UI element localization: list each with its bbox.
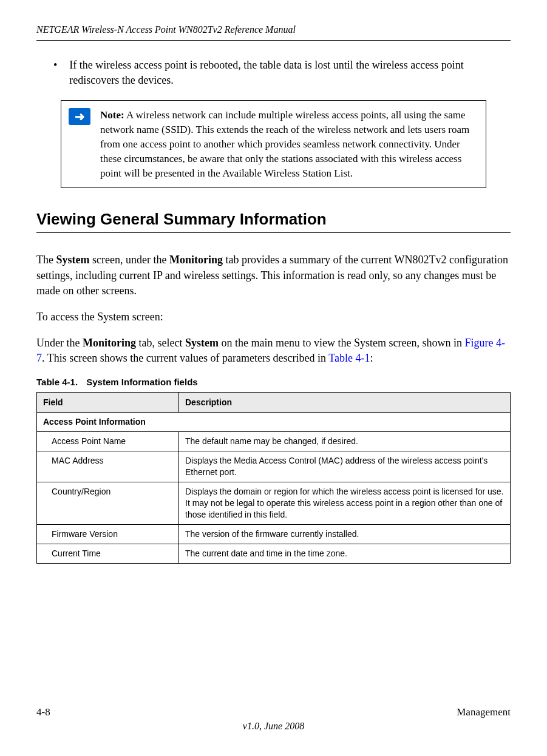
footer-version: v1.0, June 2008 — [36, 721, 511, 732]
bold-text: Monitoring — [83, 337, 136, 349]
footer-section: Management — [457, 706, 511, 718]
section-divider — [36, 232, 511, 233]
intro-paragraph-2: To access the System screen: — [36, 309, 511, 325]
table-section-header: Access Point Information — [37, 413, 511, 432]
table-caption: Table 4-1. System Information fields — [36, 377, 511, 387]
bullet-marker: • — [53, 58, 57, 88]
note-body: A wireless network can include multiple … — [100, 109, 469, 178]
bold-text: Monitoring — [169, 254, 223, 266]
text: Under the — [36, 337, 83, 349]
table-cell-desc: The current date and time in the time zo… — [179, 544, 511, 563]
intro-paragraph-3: Under the Monitoring tab, select System … — [36, 336, 511, 366]
table-cell-field: Firmware Version — [37, 524, 179, 544]
table-cell-field: Current Time — [37, 544, 179, 563]
table-cell-field: Country/Region — [37, 482, 179, 525]
table-cell-desc: The default name may be changed, if desi… — [179, 432, 511, 451]
page-header: NETGEAR Wireless-N Access Point WN802Tv2… — [36, 24, 511, 41]
note-text: Note: A wireless network can include mul… — [98, 101, 486, 187]
text: tab, select — [136, 337, 185, 349]
table-row: Firmware Version The version of the firm… — [37, 524, 511, 544]
table-row: Country/Region Displays the domain or re… — [37, 482, 511, 525]
column-header-description: Description — [179, 393, 511, 413]
table-row: MAC Address Displays the Media Access Co… — [37, 451, 511, 482]
table-cell-field: Access Point Name — [37, 432, 179, 451]
table-caption-title: System Information fields — [86, 377, 197, 387]
table-row: Access Point Name The default name may b… — [37, 432, 511, 451]
text: : — [370, 352, 373, 364]
page-footer: 4-8 Management v1.0, June 2008 — [36, 706, 511, 732]
table-cell-field: MAC Address — [37, 451, 179, 482]
bullet-text: If the wireless access point is rebooted… — [69, 58, 511, 88]
text: on the main menu to view the System scre… — [219, 337, 464, 349]
table-section-row: Access Point Information — [37, 413, 511, 432]
section-heading: Viewing General Summary Information — [36, 210, 511, 229]
column-header-field: Field — [37, 393, 179, 413]
arrow-right-icon — [69, 108, 90, 125]
text: screen, under the — [89, 254, 169, 266]
text: The — [36, 254, 56, 266]
bullet-item: • If the wireless access point is reboot… — [53, 58, 511, 88]
table-link[interactable]: Table 4-1 — [328, 352, 370, 364]
table-row: Current Time The current date and time i… — [37, 544, 511, 563]
system-info-table: Field Description Access Point Informati… — [36, 392, 511, 563]
note-icon-cell — [61, 101, 98, 187]
text: . This screen shows the current values o… — [42, 352, 328, 364]
table-cell-desc: Displays the domain or region for which … — [179, 482, 511, 525]
bold-text: System — [56, 254, 89, 266]
page-number: 4-8 — [36, 706, 50, 718]
table-caption-number: Table 4-1. — [36, 377, 78, 387]
intro-paragraph-1: The System screen, under the Monitoring … — [36, 252, 511, 299]
table-cell-desc: Displays the Media Access Control (MAC) … — [179, 451, 511, 482]
note-box: Note: A wireless network can include mul… — [61, 100, 486, 188]
table-header-row: Field Description — [37, 393, 511, 413]
bold-text: System — [185, 337, 219, 349]
note-label: Note: — [100, 109, 124, 121]
table-cell-desc: The version of the firmware currently in… — [179, 524, 511, 544]
